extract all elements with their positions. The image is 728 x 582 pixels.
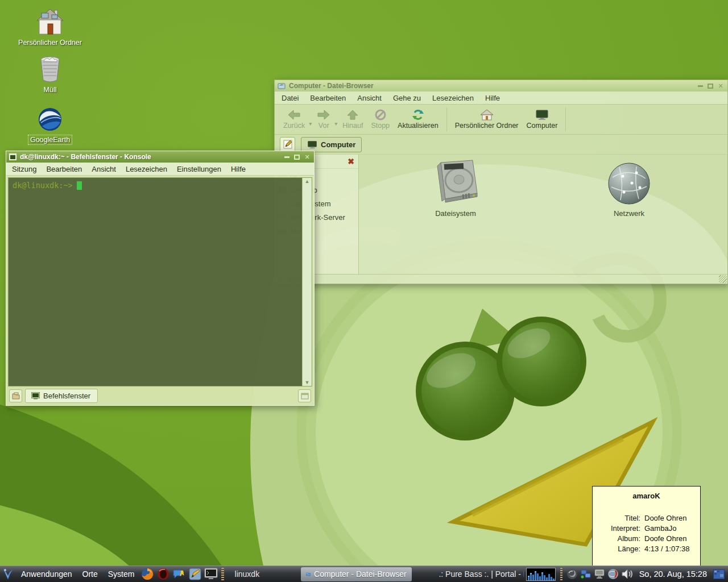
toolbar-separator: [446, 107, 447, 131]
maximize-button[interactable]: [293, 153, 301, 161]
desktop-icon-googleearth[interactable]: GoogleEarth: [13, 107, 88, 145]
edit-location-button[interactable]: [280, 137, 295, 152]
menu-hilfe[interactable]: Hilfe: [485, 94, 500, 102]
osd-field-value: GambaJo: [644, 524, 700, 533]
desktop-icon-trash[interactable]: Müll: [13, 55, 88, 94]
menu-system[interactable]: System: [103, 569, 140, 579]
file-item-netzwerk[interactable]: Netzwerk: [586, 161, 672, 218]
harddisk-icon: [431, 159, 481, 206]
scroll-up-icon[interactable]: ▲: [305, 178, 310, 184]
reload-button[interactable]: Aktualisieren: [394, 108, 442, 131]
tab-befehlsfenster[interactable]: Befehlsfenster: [25, 389, 98, 403]
up-button[interactable]: Hinauf: [338, 108, 367, 131]
sidebar-close-icon[interactable]: ✖: [348, 157, 354, 166]
menu-lesezeichen[interactable]: Lesezeichen: [432, 94, 474, 102]
file-browser-locationbar: Computer: [275, 135, 727, 155]
audio-analyzer-applet[interactable]: [526, 568, 556, 581]
back-dropdown-chevron[interactable]: ▾: [309, 113, 313, 127]
maximize-button[interactable]: [706, 82, 714, 90]
toolbar-separator: [565, 107, 566, 131]
computer-button[interactable]: Computer: [523, 108, 562, 131]
file-browser-window: Computer - Datei-Browser ✕ Datei Bearbei…: [274, 80, 728, 284]
main-menu-logo-icon[interactable]: [1, 567, 15, 581]
close-button[interactable]: ✕: [717, 82, 725, 90]
terminal-cursor: [77, 181, 82, 190]
globe-tray-icon[interactable]: [607, 568, 619, 580]
menu-sitzung[interactable]: Sitzung: [12, 165, 36, 173]
back-arrow-icon: [287, 109, 301, 120]
computer-monitor-icon: [307, 140, 317, 149]
network-globe-icon: [607, 161, 651, 206]
new-session-icon: [12, 392, 20, 400]
taskbar: Anwendungen Orte System: [0, 566, 728, 582]
terminal-scrollbar[interactable]: ▲ ▼: [302, 178, 312, 386]
firefox-launcher-icon[interactable]: [140, 567, 154, 581]
pen-launcher-icon[interactable]: [188, 567, 202, 581]
menu-einstellungen[interactable]: Einstellungen: [177, 165, 221, 173]
folder-icon: [306, 570, 311, 578]
file-item-dateisystem[interactable]: Dateisystem: [413, 159, 498, 218]
window-icon: [301, 393, 309, 400]
location-computer-button[interactable]: Computer: [301, 137, 362, 152]
detach-session-button[interactable]: [298, 389, 311, 402]
desktop-icon-home[interactable]: Persönlicher Ordner: [13, 8, 88, 47]
menu-gehezu[interactable]: Gehe zu: [393, 94, 421, 102]
task-computer-datei-browser[interactable]: Computer - Datei-Browser: [301, 567, 412, 581]
konsole-titlebar[interactable]: dk@linuxdk:~ - Befehlsfenster - Konsole …: [6, 151, 314, 163]
system-tray: [566, 568, 634, 580]
task-pure-bass[interactable]: .: Pure Bass :. | Portal - Mo...: [430, 567, 523, 581]
network-tray-icon[interactable]: [580, 568, 592, 580]
terminal-launcher-icon[interactable]: [204, 567, 218, 581]
osd-field-label: Interpret:: [593, 524, 640, 533]
forward-button[interactable]: Vor: [313, 108, 334, 131]
task-linuxdk[interactable]: linuxdk: [226, 567, 261, 581]
tray-handle[interactable]: [560, 568, 562, 581]
menu-anwendungen[interactable]: Anwendungen: [16, 569, 77, 579]
amarok-osd: amaroK Titel: Doofe Ohren Interpret: Gam…: [592, 486, 701, 571]
menu-hilfe[interactable]: Hilfe: [231, 165, 246, 173]
menu-bearbeiten[interactable]: Bearbeiten: [46, 165, 82, 173]
konsole-menubar: Sitzung Bearbeiten Ansicht Lesezeichen E…: [6, 163, 314, 176]
tray-swirl-icon[interactable]: [566, 568, 578, 580]
volume-tray-icon[interactable]: [621, 568, 634, 580]
google-earth-icon: [38, 107, 63, 132]
desktop-icon-label: Müll: [42, 85, 59, 94]
menu-bearbeiten[interactable]: Bearbeiten: [310, 94, 346, 102]
minimize-button[interactable]: [696, 82, 704, 90]
minimize-button[interactable]: [283, 153, 291, 161]
forward-dropdown-chevron[interactable]: ▾: [334, 113, 338, 127]
menu-datei[interactable]: Datei: [282, 94, 299, 102]
terminal-output[interactable]: dk@linuxdk:~>: [9, 178, 302, 386]
resize-grip[interactable]: [719, 275, 727, 283]
window-title: dk@linuxdk:~ - Befehlsfenster - Konsole: [20, 153, 279, 161]
stop-button[interactable]: Stopp: [367, 108, 394, 131]
media-player-launcher-icon[interactable]: [156, 567, 170, 581]
window-title: Computer - Datei-Browser: [289, 82, 693, 90]
display-tray-icon[interactable]: [594, 569, 605, 579]
scroll-down-icon[interactable]: ▼: [305, 380, 310, 385]
home-folder-icon: [36, 8, 64, 35]
file-browser-titlebar[interactable]: Computer - Datei-Browser ✕: [275, 80, 727, 92]
menu-lesezeichen[interactable]: Lesezeichen: [126, 165, 167, 173]
clock[interactable]: So, 20. Aug, 15:28: [635, 569, 711, 579]
pencil-icon: [283, 140, 292, 149]
menu-ansicht[interactable]: Ansicht: [357, 94, 382, 102]
trash-icon: [37, 55, 63, 82]
home-icon: [480, 109, 494, 120]
stop-icon: [375, 109, 386, 120]
shell-prompt: dk@linuxdk:~>: [13, 181, 73, 190]
file-browser-toolbar: Zurück ▾ Vor ▾ Hinauf St: [275, 105, 727, 135]
back-button[interactable]: Zurück: [279, 108, 309, 131]
home-button[interactable]: Persönlicher Ordner: [451, 108, 523, 131]
new-session-button[interactable]: [9, 389, 22, 402]
close-button[interactable]: ✕: [303, 153, 311, 161]
osd-field-label: Titel:: [593, 514, 640, 522]
menu-ansicht[interactable]: Ansicht: [92, 165, 116, 173]
menu-orte[interactable]: Orte: [77, 569, 103, 579]
panel-handle[interactable]: [221, 568, 224, 581]
konsole-tabbar: Befehlsfenster: [6, 388, 314, 405]
pager-icon[interactable]: [712, 567, 726, 581]
osd-field-label: Länge:: [593, 544, 640, 553]
osd-field-value: Doofe Ohren: [644, 534, 700, 543]
messenger-launcher-icon[interactable]: [172, 567, 186, 581]
